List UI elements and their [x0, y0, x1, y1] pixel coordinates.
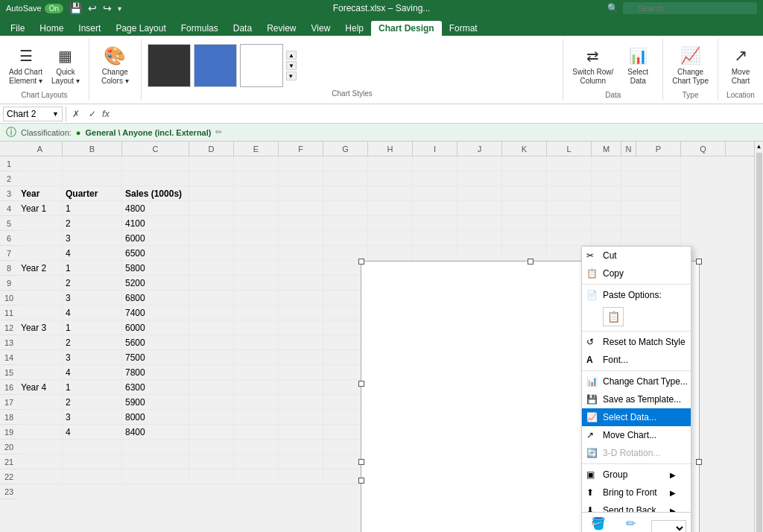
ctx-save-template[interactable]: 💾 Save as Template... [582, 390, 691, 408]
chart-styles-expand[interactable]: ▾ [286, 72, 297, 80]
cell-d1[interactable] [189, 156, 234, 171]
save-icon[interactable]: 💾 [69, 2, 82, 14]
spreadsheet-area: 1 2 3 4 5 6 7 8 9 10 11 12 13 14 15 16 1… [0, 142, 763, 532]
cell-g1[interactable] [323, 156, 368, 171]
undo-icon[interactable]: ↩ [88, 2, 97, 14]
ribbon-group-location: ↗ MoveChart Location [718, 39, 763, 101]
chart-styles-label: Chart Styles [148, 89, 557, 98]
cell-e1[interactable] [234, 156, 279, 171]
row-num-15: 15 [0, 365, 18, 380]
cell-k1[interactable] [502, 156, 547, 171]
row-num-12: 12 [0, 320, 18, 335]
move-chart-button[interactable]: ↗ MoveChart [726, 42, 756, 87]
chart-handle-tr[interactable] [696, 259, 702, 265]
row-num-8: 8 [0, 261, 18, 276]
title-bar-left: AutoSave On 💾 ↩ ↪ ▾ [6, 2, 121, 14]
name-box[interactable]: Chart 2 ▼ [3, 107, 63, 121]
table-row: Year 114800 [18, 201, 754, 216]
ctx-font[interactable]: A Font... [582, 351, 691, 369]
cell-a2[interactable] [18, 171, 63, 186]
switch-row-column-button[interactable]: ⇄ Switch Row/Column [569, 42, 616, 87]
cell-m1[interactable] [592, 156, 621, 171]
row-num-3: 3 [0, 186, 18, 201]
tab-review[interactable]: Review [259, 21, 303, 36]
autosave-toggle[interactable]: On [45, 4, 63, 13]
confirm-formula-button[interactable]: ✓ [86, 109, 99, 119]
ctx-reset-match-style[interactable]: ↺ Reset to Match Style [582, 333, 691, 351]
chart-handle-ml[interactable] [358, 459, 364, 465]
tab-chart-design[interactable]: Chart Design [371, 21, 442, 36]
theme-dropdown[interactable] [651, 520, 686, 533]
tab-format[interactable]: Format [442, 21, 485, 36]
chart-handle-left-mid[interactable] [358, 381, 364, 387]
tab-view[interactable]: View [304, 21, 338, 36]
add-chart-element-button[interactable]: ☰ Add ChartElement ▾ [6, 42, 45, 87]
ctx-change-chart-type[interactable]: 📊 Change Chart Type... [582, 373, 691, 390]
scroll-up-arrow[interactable]: ▲ [755, 142, 763, 151]
customize-icon[interactable]: ▾ [118, 4, 121, 13]
change-colors-button[interactable]: 🎨 ChangeColors ▾ [98, 42, 132, 87]
add-chart-icon: ☰ [14, 44, 38, 68]
row-numbers-area: 1 2 3 4 5 6 7 8 9 10 11 12 13 14 15 16 1… [0, 142, 18, 532]
switch-row-col-icon: ⇄ [581, 44, 605, 68]
chart-handle-tm[interactable] [528, 259, 534, 265]
tab-help[interactable]: Help [338, 21, 371, 36]
quick-layout-button[interactable]: ▦ QuickLayout ▾ [48, 42, 83, 87]
ctx-move-chart[interactable]: ↗ Move Chart... [582, 426, 691, 444]
chart-styles-scroll-down[interactable]: ▼ [286, 61, 297, 70]
chart-style-3[interactable] [240, 44, 283, 87]
chart-handle-mr[interactable] [696, 459, 702, 465]
outline-button[interactable]: ✏ Outline [613, 515, 648, 532]
cell-h1[interactable] [368, 156, 413, 171]
vertical-scrollbar[interactable]: ▲ ▼ [754, 142, 763, 532]
cell-a1[interactable] [18, 156, 63, 171]
name-box-dropdown[interactable]: ▼ [52, 110, 59, 118]
cell-b1[interactable] [63, 156, 122, 171]
search-input[interactable] [623, 2, 757, 14]
ribbon-group-change-colors: 🎨 ChangeColors ▾ [89, 39, 142, 101]
col-header-g: G [323, 142, 368, 156]
cell-c3[interactable]: Sales (1000s) [122, 186, 189, 201]
cell-c1[interactable] [122, 156, 189, 171]
cell-l1[interactable] [547, 156, 592, 171]
ctx-select-data[interactable]: 📈 Select Data... [582, 408, 691, 426]
row-num-10: 10 [0, 291, 18, 305]
paste-option-1[interactable]: 📋 [603, 307, 624, 326]
tab-page-layout[interactable]: Page Layout [108, 21, 173, 36]
chart-style-1[interactable] [148, 44, 191, 87]
cell-j1[interactable] [458, 156, 502, 171]
ctx-cut[interactable]: ✂ Cut [582, 247, 691, 265]
table-row: 36000 [18, 231, 754, 246]
paste-icon: 📄 [586, 290, 598, 300]
select-data-button[interactable]: 📊 SelectData [619, 42, 656, 87]
group-arrow: ▶ [670, 471, 676, 479]
chart-styles-scroll-up[interactable]: ▲ [286, 51, 297, 60]
ctx-group[interactable]: ▣ Group ▶ [582, 466, 691, 484]
chart-style-2[interactable] [194, 44, 237, 87]
tab-home[interactable]: Home [32, 21, 71, 36]
ctx-bring-to-front[interactable]: ⬆ Bring to Front ▶ [582, 484, 691, 501]
cell-b2[interactable] [63, 171, 122, 186]
cell-c2[interactable] [122, 171, 189, 186]
chart-handle-left-bottom[interactable] [358, 478, 364, 484]
fx-symbol[interactable]: fx [102, 108, 110, 119]
chart-handle-tl[interactable] [358, 259, 364, 265]
tab-data[interactable]: Data [226, 21, 259, 36]
type-buttons: 📈 ChangeChart Type [669, 40, 712, 89]
cell-i1[interactable] [413, 156, 458, 171]
rotation-icon: 🔄 [586, 448, 598, 458]
cancel-formula-button[interactable]: ✗ [69, 109, 83, 119]
tab-file[interactable]: File [3, 21, 32, 36]
cell-b3[interactable]: Quarter [63, 186, 122, 201]
cell-f1[interactable] [279, 156, 323, 171]
ctx-copy[interactable]: 📋 Copy [582, 265, 691, 282]
redo-icon[interactable]: ↪ [103, 2, 112, 14]
classification-edit-icon[interactable]: ✏ [215, 127, 222, 137]
scroll-thumb[interactable] [756, 153, 762, 532]
tab-formulas[interactable]: Formulas [174, 21, 226, 36]
cell-a3[interactable]: Year [18, 186, 63, 201]
change-chart-type-button[interactable]: 📈 ChangeChart Type [669, 42, 712, 87]
tab-insert[interactable]: Insert [71, 21, 108, 36]
cell-n1[interactable] [621, 156, 681, 171]
fill-button[interactable]: 🪣 Fill [586, 515, 610, 532]
